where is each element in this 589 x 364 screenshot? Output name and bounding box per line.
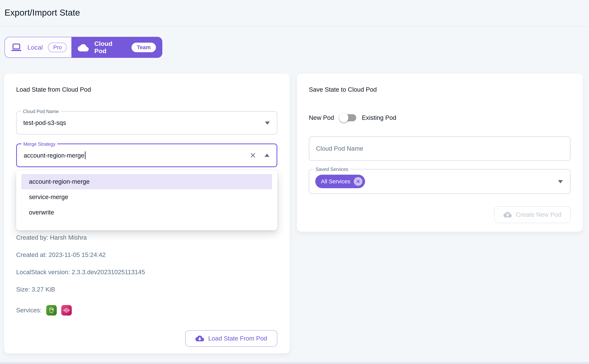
save-state-card: Save State to Cloud Pod New Pod Existing… — [297, 74, 583, 232]
new-pod-name-input[interactable] — [309, 136, 570, 161]
chevron-down-icon — [558, 180, 563, 183]
cloud-icon — [78, 43, 89, 52]
page-title: Export/Import State — [5, 7, 80, 18]
cloud-download-icon — [195, 335, 204, 342]
menu-option-account-region-merge[interactable]: account-region-merge — [21, 174, 272, 189]
load-state-from-pod-label: Load State From Pod — [208, 335, 267, 342]
merge-strategy-label: Merge Strategy — [21, 141, 57, 147]
all-services-chip: All Services — [315, 175, 365, 188]
load-state-from-pod-button[interactable]: Load State From Pod — [185, 330, 277, 347]
create-new-pod-label: Create New Pod — [516, 211, 561, 218]
menu-option-service-merge[interactable]: service-merge — [21, 189, 272, 205]
sqs-queue-icon — [61, 305, 72, 316]
save-card-title: Save State to Cloud Pod — [309, 86, 377, 93]
meta-size: Size: 3.27 KiB — [16, 286, 55, 293]
saved-services-select[interactable]: Saved Services All Services — [309, 169, 570, 194]
services-row: Services: — [16, 304, 72, 317]
export-import-state-page: Export/Import State Local Pro Cloud Pod … — [0, 0, 589, 364]
all-services-chip-label: All Services — [321, 178, 350, 185]
merge-strategy-menu: account-region-merge service-merge overw… — [16, 170, 277, 230]
new-existing-pod-switch[interactable] — [340, 114, 356, 121]
close-icon[interactable] — [249, 151, 257, 159]
saved-services-label: Saved Services — [314, 166, 350, 172]
pod-name-select[interactable]: Cloud Pod Name test-pod-s3-sqs — [16, 111, 277, 135]
close-circle-icon[interactable] — [354, 177, 362, 186]
pod-mode-toggle-row: New Pod Existing Pod — [309, 112, 396, 123]
tab-cloud-pod[interactable]: Cloud Pod Team — [71, 37, 162, 58]
pod-name-select-label: Cloud Pod Name — [21, 108, 60, 115]
tab-local[interactable]: Local Pro — [5, 37, 71, 58]
header-divider — [0, 26, 589, 27]
pro-badge: Pro — [48, 43, 67, 52]
meta-localstack-version: LocalStack version: 2.3.3.dev20231025113… — [16, 269, 145, 276]
switch-thumb — [339, 113, 348, 123]
services-label: Services: — [16, 307, 42, 314]
mode-toggle-group: Local Pro Cloud Pod Team — [5, 37, 162, 58]
create-new-pod-button[interactable]: Create New Pod — [494, 206, 571, 223]
load-state-card: Load State from Cloud Pod Cloud Pod Name… — [4, 74, 290, 353]
team-badge: Team — [131, 43, 156, 52]
text-cursor — [85, 151, 85, 159]
horizontal-scrollbar[interactable] — [0, 362, 589, 364]
merge-strategy-value: account-region-merge — [24, 151, 85, 159]
existing-pod-label: Existing Pod — [362, 114, 396, 121]
menu-option-overwrite[interactable]: overwrite — [21, 205, 272, 220]
meta-created-at: Created at: 2023-11-05 15:24:42 — [16, 251, 105, 259]
chevron-down-icon — [265, 122, 270, 125]
chevron-up-icon[interactable] — [265, 154, 269, 157]
laptop-icon — [11, 42, 22, 52]
s3-bucket-icon — [46, 305, 57, 316]
cloud-upload-icon — [504, 211, 512, 218]
tab-cloud-pod-label: Cloud Pod — [94, 40, 126, 55]
meta-created-by: Created by: Harsh Mishra — [16, 234, 87, 241]
tab-local-label: Local — [27, 44, 43, 51]
load-card-title: Load State from Cloud Pod — [16, 86, 91, 93]
pod-name-select-value: test-pod-s3-sqs — [23, 119, 66, 126]
merge-strategy-input[interactable]: Merge Strategy account-region-merge — [16, 143, 277, 167]
new-pod-label: New Pod — [309, 114, 334, 121]
